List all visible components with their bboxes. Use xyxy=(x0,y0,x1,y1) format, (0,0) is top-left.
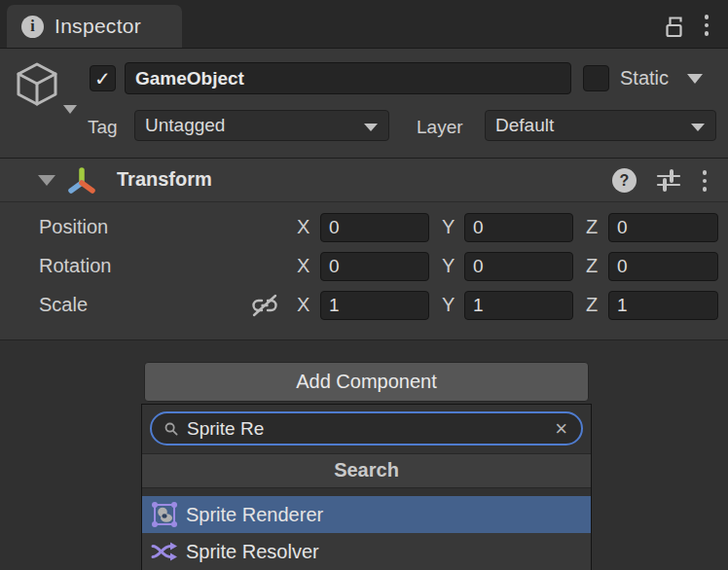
clear-search-icon[interactable]: × xyxy=(553,418,569,440)
x-axis-label: X xyxy=(297,255,309,277)
panel-menu-icon[interactable] xyxy=(697,14,716,37)
rotation-row: Rotation X Y Z xyxy=(0,247,728,286)
static-checkbox[interactable] xyxy=(583,65,609,91)
y-axis-label: Y xyxy=(442,255,455,277)
result-label: Sprite Resolver xyxy=(186,541,319,563)
transform-icon xyxy=(64,163,99,202)
result-sprite-renderer[interactable]: Sprite Renderer xyxy=(142,496,591,533)
help-icon[interactable]: ? xyxy=(612,168,637,193)
add-component-button[interactable]: Add Component xyxy=(144,362,589,402)
position-z-field[interactable] xyxy=(608,213,718,242)
rotation-y-field[interactable] xyxy=(464,252,573,281)
gameobject-header: ✓ Static Tag Untagged Layer Default xyxy=(0,49,728,157)
icon-picker-caret xyxy=(63,105,77,114)
position-x-field[interactable] xyxy=(320,213,429,242)
x-axis-label: X xyxy=(297,216,309,238)
result-sprite-resolver[interactable]: Sprite Resolver xyxy=(142,533,591,570)
inspector-panel: i Inspector ✓ xyxy=(0,0,728,570)
rotation-x-field[interactable] xyxy=(320,252,429,281)
y-axis-label: Y xyxy=(442,294,455,316)
presets-icon[interactable] xyxy=(656,168,681,193)
gameobject-icon[interactable] xyxy=(12,58,70,113)
z-axis-label: Z xyxy=(586,294,598,316)
check-icon: ✓ xyxy=(94,69,111,89)
position-label: Position xyxy=(39,216,108,238)
gameobject-name-input[interactable] xyxy=(125,62,571,94)
static-label: Static xyxy=(620,67,669,89)
z-axis-label: Z xyxy=(586,216,598,238)
scale-y-field[interactable] xyxy=(464,291,573,320)
x-axis-label: X xyxy=(297,294,309,316)
search-results-list: Sprite Renderer Sprite Resolver xyxy=(142,488,591,570)
position-row: Position X Y Z xyxy=(0,208,728,247)
z-axis-label: Z xyxy=(586,255,598,277)
sprite-resolver-icon xyxy=(150,537,179,566)
component-menu-icon[interactable] xyxy=(697,169,712,193)
rotation-label: Rotation xyxy=(39,255,112,277)
lock-icon[interactable] xyxy=(662,12,687,39)
sprite-renderer-icon xyxy=(150,500,179,529)
chevron-down-icon xyxy=(364,124,378,131)
transform-body: Position X Y Z Rotation X Y Z Scale xyxy=(0,202,728,339)
scale-z-field[interactable] xyxy=(608,291,718,320)
tag-value: Untagged xyxy=(145,115,225,136)
layer-value: Default xyxy=(495,115,554,136)
static-dropdown-caret[interactable] xyxy=(687,74,703,84)
result-label: Sprite Renderer xyxy=(186,504,323,526)
transform-title: Transform xyxy=(117,168,212,191)
layer-label: Layer xyxy=(417,117,463,138)
tab-title: Inspector xyxy=(55,15,141,38)
tab-inspector[interactable]: i Inspector xyxy=(7,5,182,48)
transform-header[interactable]: Transform ? xyxy=(0,158,728,202)
search-row: × xyxy=(142,405,591,453)
info-icon: i xyxy=(21,16,44,38)
foldout-icon[interactable] xyxy=(38,175,55,186)
scale-row: Scale X Y Z xyxy=(0,286,728,325)
component-search-field[interactable]: × xyxy=(150,411,583,445)
active-checkbox[interactable]: ✓ xyxy=(90,65,116,91)
add-component-popup: × Search Sprite Re xyxy=(141,404,592,570)
rotation-z-field[interactable] xyxy=(608,252,718,281)
y-axis-label: Y xyxy=(442,216,455,238)
tag-dropdown[interactable]: Untagged xyxy=(134,110,389,141)
search-input[interactable] xyxy=(185,417,547,441)
tab-bar: i Inspector xyxy=(0,0,728,49)
search-icon xyxy=(164,421,179,437)
broken-link-icon[interactable] xyxy=(249,292,280,319)
tag-label: Tag xyxy=(88,117,118,138)
position-y-field[interactable] xyxy=(464,213,573,242)
layer-dropdown[interactable]: Default xyxy=(485,110,716,141)
chevron-down-icon xyxy=(691,124,705,131)
scale-label: Scale xyxy=(39,294,88,316)
scale-x-field[interactable] xyxy=(320,291,429,320)
search-results-header: Search xyxy=(142,453,591,488)
